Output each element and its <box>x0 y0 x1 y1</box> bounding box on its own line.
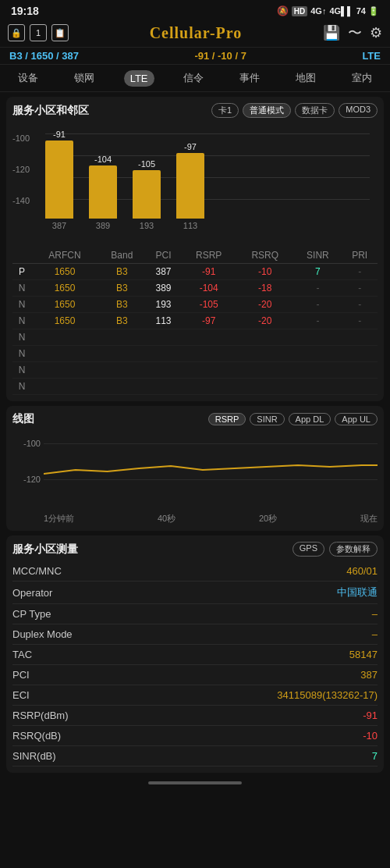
meas-row: Operator 中国联通 <box>12 582 378 604</box>
meas-value: – <box>372 628 378 640</box>
4g-icon: 4G↑ <box>310 6 326 16</box>
tab-map[interactable]: 地图 <box>289 69 322 87</box>
bar-4-top-label: -97 <box>184 142 197 151</box>
meas-value: 460/01 <box>346 565 378 577</box>
bottom-bar <box>0 777 390 793</box>
gear-icon[interactable]: ⚙ <box>370 24 382 41</box>
cell-info: B3 / 1650 / 387 <box>9 50 79 62</box>
badge-data[interactable]: 数据卡 <box>295 103 335 118</box>
meas-label: SINR(dB) <box>12 750 56 762</box>
hd-icon: HD <box>292 6 307 16</box>
table-row: N <box>12 329 378 346</box>
meas-row: PCI 387 <box>12 665 378 685</box>
table-row: N 1650 B3 193 -105 -20 - - <box>12 297 378 313</box>
title-bar-left: 🔒 1 📋 <box>8 24 69 41</box>
th-rsrq: RSRQ <box>236 247 293 264</box>
bar-4-bottom-label: 113 <box>183 221 197 230</box>
meas-label: Operator <box>12 587 52 599</box>
meas-row: MCC/MNC 460/01 <box>12 561 378 582</box>
tab-indoor[interactable]: 室内 <box>346 69 378 87</box>
mute-icon: 🔕 <box>277 5 289 16</box>
table-row: N <box>12 379 378 395</box>
btn-rsrp[interactable]: RSRP <box>208 413 246 425</box>
lte-badge: LTE <box>362 50 381 62</box>
notification-badge: 1 <box>30 24 47 41</box>
meas-value: 7 <box>372 750 378 762</box>
y-label-minus100: -100 <box>12 439 41 448</box>
meas-row: RSRP(dBm) -91 <box>12 706 378 726</box>
line-chart-display: -100 -120 1分钟前 40秒 20秒 现在 <box>12 431 378 525</box>
title-bar-right: 💾 〜 ⚙ <box>323 23 382 42</box>
meas-buttons: GPS 参数解释 <box>292 542 378 557</box>
meas-row: RSRQ(dB) -10 <box>12 726 378 746</box>
tab-lte[interactable]: LTE <box>124 70 154 87</box>
tab-lock[interactable]: 锁网 <box>68 69 101 87</box>
btn-app-dl[interactable]: App DL <box>289 413 332 425</box>
home-indicator <box>148 781 242 784</box>
meas-label: PCI <box>12 669 30 681</box>
tab-signal[interactable]: 信令 <box>177 69 210 87</box>
th-band: Band <box>98 247 146 264</box>
bar-1-rect <box>45 141 73 219</box>
meas-value: 58147 <box>349 649 378 660</box>
app-title: Cellular-Pro <box>150 24 243 42</box>
wave-icon[interactable]: 〜 <box>348 23 362 42</box>
param-button[interactable]: 参数解释 <box>329 542 378 557</box>
meas-value: -10 <box>363 730 378 742</box>
badge-sim[interactable]: 卡1 <box>211 103 239 118</box>
tab-device[interactable]: 设备 <box>12 69 44 87</box>
y-label-120: -120 <box>12 165 42 174</box>
badge-mode[interactable]: 普通模式 <box>243 103 291 118</box>
th-arfcn: ARFCN <box>31 247 98 264</box>
th-pci: PCI <box>146 247 182 264</box>
meas-value: – <box>372 608 378 620</box>
meas-label: CP Type <box>12 608 51 620</box>
neighbor-table: ARFCN Band PCI RSRP RSRQ SINR PRI P 1650… <box>12 247 378 395</box>
tab-event[interactable]: 事件 <box>233 69 266 87</box>
meas-label: RSRQ(dB) <box>12 730 61 742</box>
bar-2-rect <box>89 165 117 219</box>
meas-value: 中国联通 <box>337 585 378 599</box>
meas-title: 服务小区测量 <box>12 542 78 557</box>
bar-1-top-label: -91 <box>53 130 66 139</box>
table-row: P 1650 B3 387 -91 -10 7 - <box>12 264 378 280</box>
meas-header: 服务小区测量 GPS 参数解释 <box>12 542 378 557</box>
y-label-140: -140 <box>12 196 42 205</box>
table-row: N <box>12 346 378 362</box>
bar-2: -104 389 <box>89 155 117 230</box>
x-label-1min: 1分钟前 <box>44 513 74 525</box>
btn-sinr[interactable]: SINR <box>250 413 284 425</box>
neighbor-title: 服务小区和邻区 <box>12 104 89 118</box>
meas-value: -91 <box>363 710 378 721</box>
line-chart-svg <box>44 431 378 509</box>
meas-rows-container: MCC/MNC 460/01 Operator 中国联通 CP Type – D… <box>12 561 378 767</box>
battery-icon: 74 🔋 <box>356 6 379 16</box>
th-rsrp: RSRP <box>181 247 236 264</box>
bar-chart: -100 -120 -140 -91 387 -104 <box>12 123 378 247</box>
neighbor-header: 服务小区和邻区 卡1 普通模式 数据卡 MOD3 <box>12 103 378 118</box>
save-icon[interactable]: 💾 <box>323 24 340 41</box>
table-row: N 1650 B3 113 -97 -20 - - <box>12 313 378 329</box>
table-row: N 1650 B3 389 -104 -18 - - <box>12 280 378 297</box>
bars-container: -91 387 -104 389 -105 193 <box>45 133 370 230</box>
nav-tabs: 设备 锁网 LTE 信令 事件 地图 室内 <box>0 65 390 92</box>
btn-app-ul[interactable]: App UL <box>335 413 378 425</box>
status-icons: 🔕 HD 4G↑ 4G▌▌ 74 🔋 <box>277 5 379 16</box>
meas-label: RSRP(dBm) <box>12 710 69 721</box>
meas-row: ECI 34115089(133262-17) <box>12 685 378 706</box>
clipboard-icon: 📋 <box>51 24 69 41</box>
bar-1-bottom-label: 387 <box>52 221 66 230</box>
x-label-now: 现在 <box>360 513 378 525</box>
meas-row: TAC 58147 <box>12 645 378 665</box>
bar-4-rect <box>176 153 204 219</box>
y-label-minus120: -120 <box>12 475 41 484</box>
gps-button[interactable]: GPS <box>292 542 324 557</box>
meas-value: 387 <box>360 669 378 681</box>
measurements-section: 服务小区测量 GPS 参数解释 MCC/MNC 460/01 Operator … <box>6 535 384 773</box>
table-row: N <box>12 362 378 379</box>
meas-label: Duplex Mode <box>12 628 73 640</box>
bar-3-bottom-label: 193 <box>140 221 154 230</box>
title-bar: 🔒 1 📋 Cellular-Pro 💾 〜 ⚙ <box>0 20 390 47</box>
badge-mod[interactable]: MOD3 <box>339 103 378 118</box>
chart-bars-area: -91 387 -104 389 -105 193 <box>42 123 378 247</box>
